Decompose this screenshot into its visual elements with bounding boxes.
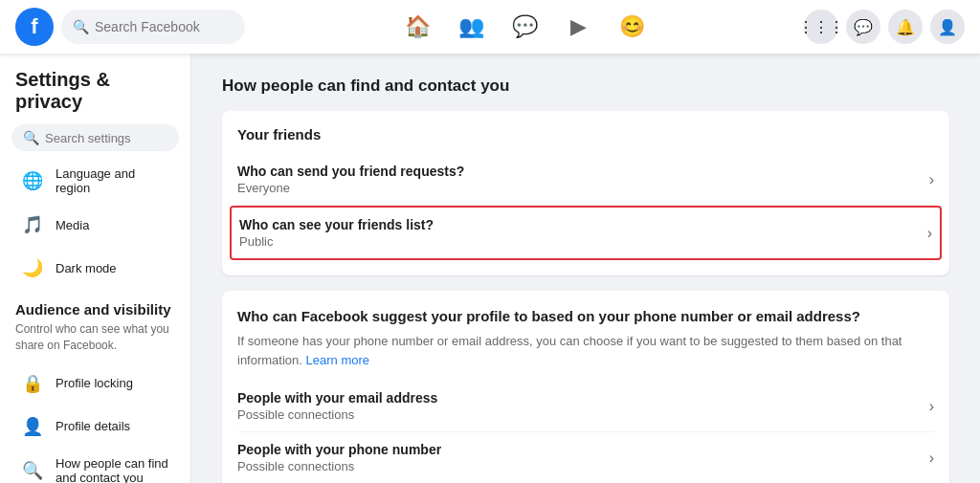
- sidebar-search-box[interactable]: 🔍: [11, 124, 179, 151]
- friends-nav-button[interactable]: 👥: [448, 8, 494, 46]
- profile-icon: 👤: [19, 413, 46, 440]
- phone-email-card: Who can Facebook suggest your profile to…: [222, 291, 949, 483]
- sidebar-item-darkmode[interactable]: 🌙 Dark mode: [4, 247, 187, 289]
- sidebar-title: Settings & privacy: [0, 61, 190, 117]
- sidebar-item-profile-locking[interactable]: 🔒 Profile locking: [4, 362, 187, 405]
- watch-nav-button[interactable]: ▶: [555, 8, 601, 46]
- sidebar-item-label: Profile locking: [56, 376, 133, 390]
- sidebar-item-label: How people can find and contact you: [56, 456, 171, 483]
- chevron-right-icon: ›: [927, 225, 932, 242]
- top-navigation: f 🔍 🏠 👥 💬 ▶ 😊 ⋮⋮⋮ 💬 🔔 👤: [0, 0, 980, 54]
- sidebar-item-label: Profile details: [56, 419, 130, 433]
- nav-right: ⋮⋮⋮ 💬 🔔 👤: [804, 10, 965, 44]
- friend-requests-label: Who can send you friend requests?: [237, 164, 464, 179]
- email-address-left: People with your email address Possible …: [237, 390, 437, 422]
- audience-section-title: Audience and visibility: [0, 290, 190, 321]
- friends-list-row[interactable]: Who can see your friends list? Public ›: [230, 206, 942, 260]
- apps-menu-button[interactable]: ⋮⋮⋮: [804, 10, 838, 44]
- your-friends-card: Your friends Who can send you friend req…: [222, 111, 949, 275]
- chevron-right-icon: ›: [929, 450, 934, 467]
- sidebar-item-how-people-find[interactable]: 🔍 How people can find and contact you: [4, 449, 187, 483]
- friends-list-left: Who can see your friends list? Public: [239, 217, 434, 249]
- phone-number-label: People with your phone number: [237, 442, 441, 457]
- search-input[interactable]: [95, 19, 234, 34]
- friend-requests-left: Who can send you friend requests? Everyo…: [237, 164, 464, 195]
- phone-email-desc: If someone has your phone number or emai…: [237, 332, 934, 369]
- email-address-row[interactable]: People with your email address Possible …: [237, 381, 934, 432]
- language-icon: 🌐: [19, 167, 46, 194]
- phone-number-row[interactable]: People with your phone number Possible c…: [237, 432, 934, 483]
- search-icon: 🔍: [73, 19, 89, 34]
- search-icon: 🔍: [23, 130, 39, 145]
- audience-section-subtitle: Control who can see what you share on Fa…: [0, 321, 190, 362]
- messenger-nav-button[interactable]: 💬: [501, 8, 547, 46]
- find-icon: 🔍: [19, 457, 46, 483]
- nav-center: 🏠 👥 💬 ▶ 😊: [245, 8, 804, 46]
- account-button[interactable]: 👤: [930, 10, 965, 44]
- sidebar-item-profile-details[interactable]: 👤 Profile details: [4, 406, 187, 448]
- phone-email-title: Who can Facebook suggest your profile to…: [237, 306, 934, 326]
- facebook-logo: f: [15, 8, 54, 46]
- email-address-label: People with your email address: [237, 390, 437, 406]
- sidebar: Settings & privacy 🔍 🌐 Language and regi…: [0, 54, 191, 483]
- friend-requests-row[interactable]: Who can send you friend requests? Everyo…: [237, 154, 934, 206]
- sidebar-item-label: Language and region: [56, 166, 171, 195]
- phone-number-left: People with your phone number Possible c…: [237, 442, 441, 473]
- friends-list-value: Public: [239, 234, 434, 249]
- friend-requests-value: Everyone: [237, 181, 464, 195]
- search-box[interactable]: 🔍: [61, 10, 245, 44]
- chevron-right-icon: ›: [929, 171, 934, 188]
- friends-list-label: Who can see your friends list?: [239, 217, 434, 232]
- phone-number-value: Possible connections: [237, 459, 441, 473]
- sidebar-item-label: Media: [56, 218, 89, 232]
- sidebar-item-label: Dark mode: [56, 261, 117, 275]
- sidebar-item-language[interactable]: 🌐 Language and region: [4, 159, 187, 203]
- sidebar-item-media[interactable]: 🎵 Media: [4, 204, 187, 246]
- chevron-right-icon: ›: [929, 398, 934, 415]
- marketplace-nav-button[interactable]: 😊: [609, 8, 655, 46]
- email-address-value: Possible connections: [237, 407, 437, 422]
- notifications-button[interactable]: 🔔: [888, 10, 923, 44]
- darkmode-icon: 🌙: [19, 254, 46, 281]
- page-title: How people can find and contact you: [222, 77, 949, 96]
- your-friends-title: Your friends: [237, 126, 934, 143]
- learn-more-link[interactable]: Learn more: [306, 353, 369, 367]
- sidebar-search-input[interactable]: [45, 131, 167, 145]
- home-nav-button[interactable]: 🏠: [394, 8, 440, 46]
- media-icon: 🎵: [19, 211, 46, 238]
- main-content: How people can find and contact you Your…: [191, 54, 980, 483]
- lock-icon: 🔒: [19, 370, 46, 397]
- nav-left: f 🔍: [15, 8, 245, 46]
- messenger-button[interactable]: 💬: [846, 10, 880, 44]
- page-layout: Settings & privacy 🔍 🌐 Language and regi…: [0, 54, 980, 483]
